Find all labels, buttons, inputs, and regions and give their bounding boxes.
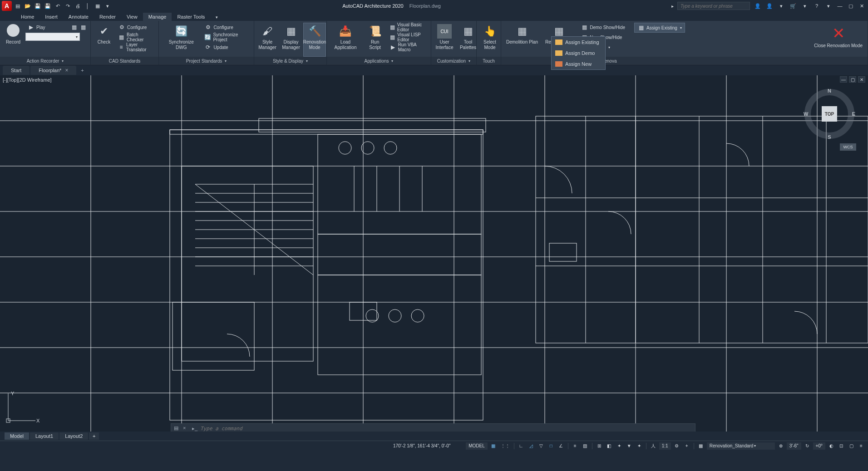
viewcube[interactable]: N S E W TOP [804,89,854,139]
qat-redo-icon[interactable]: ↷ [64,2,72,10]
app-logo[interactable]: A [2,1,12,11]
isoplane-toggle-icon[interactable]: ▽ [537,442,545,450]
transparency-toggle-icon[interactable]: ▨ [581,442,589,450]
preview-icon[interactable]: ▦ [70,24,78,31]
command-input[interactable] [200,426,692,432]
wcs-badge[interactable]: WCS [840,143,856,151]
workspace-gear-icon[interactable]: ⚙ [673,442,681,450]
polar-toggle-icon[interactable]: ◿ [527,442,535,450]
viewcube-n[interactable]: N [828,88,831,93]
check-button[interactable]: ✔Check [93,23,115,57]
cycling-toggle-icon[interactable]: ⊞ [595,442,603,450]
group-label[interactable]: Customization▾ [431,57,476,65]
play-button[interactable]: ▶Play ▦ ▦ [25,23,89,32]
demo-showhide-button[interactable]: ▦Demo Show/Hide [579,23,627,32]
tool-palettes-button[interactable]: ▦Tool Palettes [457,23,479,57]
qat-new-icon[interactable]: ▤ [14,2,22,10]
quickprops-toggle-icon[interactable]: ▦ [697,442,705,450]
window-restore-icon[interactable]: ▢ [847,2,854,10]
assign-demo-item[interactable]: Assign Demo [552,48,605,59]
qat-share-icon[interactable]: ▦ [94,2,102,10]
user-icon[interactable]: 👤 [765,2,774,10]
tab-view[interactable]: View [121,13,143,21]
units-toggle-icon[interactable]: ⊕ [777,442,785,450]
qat-undo-icon[interactable]: ↶ [54,2,62,10]
viewcube-top[interactable]: TOP [822,106,837,122]
otrack-toggle-icon[interactable]: ∠ [557,442,565,450]
tab-insert[interactable]: Insert [39,13,63,21]
update-button[interactable]: ⟳Update [202,43,252,52]
tab-manage[interactable]: Manage [143,13,172,21]
filter-toggle-icon[interactable]: ▼ [625,442,633,450]
rotation-icon[interactable]: ↻ [803,442,811,450]
demolition-plan-button[interactable]: ▦Demolition Plan [503,23,541,57]
group-label[interactable]: Project Standards▾ [159,57,254,65]
tab-render[interactable]: Render [94,13,121,21]
layout-1[interactable]: Layout1 [30,432,59,440]
layout-2[interactable]: Layout2 [59,432,88,440]
configure-button[interactable]: ⚙Configure [116,23,157,32]
doctab-close-icon[interactable]: × [65,67,68,74]
cleanscreen-icon[interactable]: ▢ [847,442,855,450]
cmdline-close-icon[interactable]: × [183,425,189,432]
signin-icon[interactable]: 👤 [754,2,762,10]
doctab-start[interactable]: Start [3,66,30,75]
cmdline-history-icon[interactable]: ▤ [174,425,180,432]
qat-saveas-icon[interactable]: 💾 [44,2,52,10]
annotation-scale[interactable]: 1:1 [659,442,671,450]
qat-print-icon[interactable]: 🖨 [74,2,82,10]
doctab-add-button[interactable]: + [77,66,87,75]
sync-project-button[interactable]: 🔄Synchronize Project [202,33,252,42]
doctab-floorplan[interactable]: Floorplan*× [30,66,76,75]
isolate-toggle-icon[interactable]: ◐ [827,442,835,450]
3dosnap-toggle-icon[interactable]: ◧ [605,442,613,450]
qat-save-icon[interactable]: 💾 [34,2,42,10]
layout-model[interactable]: Model [5,432,29,440]
renovation-standard-dropdown[interactable]: Renovation_Standard▾ [707,442,775,450]
assign-new-item[interactable]: Assign New [552,59,605,69]
ortho-toggle-icon[interactable]: ∟ [517,442,525,450]
tab-home[interactable]: Home [15,13,39,21]
tab-annotate[interactable]: Annotate [63,13,94,21]
user-interface-button[interactable]: CUIUser Interface [433,23,456,57]
annotation-monitor-icon[interactable]: + [683,442,691,450]
group-label[interactable]: Applications▾ [327,57,431,65]
window-close-icon[interactable]: ✕ [858,2,865,10]
lineweight-toggle-icon[interactable]: ≡ [571,442,579,450]
gizmo-toggle-icon[interactable]: ✦ [635,442,643,450]
sync-dwg-button[interactable]: 🔄Synchronize DWG [161,23,202,57]
group-label[interactable]: Action Recorder▾ [0,57,90,65]
viewcube-s[interactable]: S [828,134,831,140]
customize-status-icon[interactable]: ≡ [857,442,865,450]
vba-button[interactable]: ▶Run VBA Macro [388,43,429,52]
vbe-button[interactable]: ▦Visual Basic Editor [388,23,429,32]
drawing-canvas[interactable]: [-][Top][2D Wireframe] — ▢ ✕ [0,75,868,441]
grid-toggle-icon[interactable]: ▦ [489,442,498,450]
select-mode-button[interactable]: 👆Select Mode [478,23,501,57]
hardware-accel-icon[interactable]: ⊡ [837,442,845,450]
dynamicucs-toggle-icon[interactable]: ✦ [615,442,623,450]
elevation-readout[interactable]: 3'-6" [787,442,801,450]
rotation-readout[interactable]: +0° [813,442,825,450]
preview2-icon[interactable]: ▦ [79,24,87,31]
layer-translator-button[interactable]: ≡Layer Translator [116,43,157,52]
lisp-button[interactable]: ▦Visual LISP Editor [388,33,429,42]
help-icon[interactable]: ? [813,2,821,10]
autodesk-icon[interactable]: ▾ [777,2,785,10]
viewcube-e[interactable]: E [852,111,855,117]
tab-expand-icon[interactable]: ▾ [210,14,223,21]
group-label[interactable]: Style & Display▾ [254,57,326,65]
run-script-button[interactable]: 📜Run Script [363,23,387,57]
help-dropdown-icon[interactable]: ▾ [824,2,833,10]
search-input[interactable] [677,2,750,10]
display-manager-button[interactable]: ▦Display Manager [280,23,302,57]
model-space-button[interactable]: MODEL [466,442,488,450]
annoscale-icon[interactable]: 人 [649,442,657,450]
viewcube-w[interactable]: W [804,111,808,117]
batch-checker-button[interactable]: ▦Batch Checker [116,33,157,42]
cart-icon[interactable]: 🛒 [789,2,797,10]
qat-open-icon[interactable]: 📂 [24,2,32,10]
configure-proj-button[interactable]: ⚙Configure [202,23,252,32]
qat-more-icon[interactable]: ▾ [104,2,112,10]
style-manager-button[interactable]: 🖌Style Manager [256,23,279,57]
